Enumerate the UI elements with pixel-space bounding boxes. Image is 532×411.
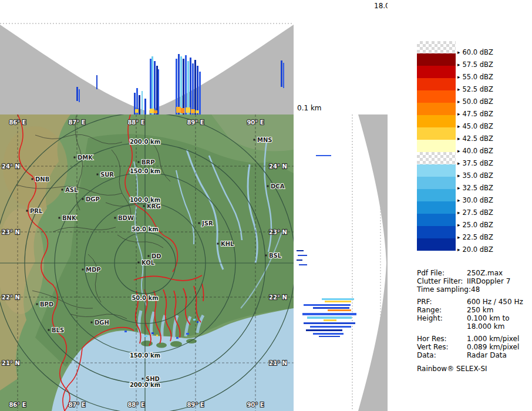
echo-rect <box>324 319 336 321</box>
city-dot <box>142 378 144 380</box>
city-dot <box>26 210 28 212</box>
scale-label: 20.0 dBZ <box>463 245 493 254</box>
scale-swatch <box>417 115 456 127</box>
echo-rect <box>187 61 189 114</box>
info-row: Clutter Filter:IIRDoppler 7 <box>417 277 523 285</box>
city-label: KHL <box>221 241 234 247</box>
echo-rect <box>142 91 143 114</box>
info-key: Time sampling:48 <box>417 285 467 294</box>
city-dot <box>32 178 33 180</box>
city-label: DNB <box>35 176 49 183</box>
info-key: Clutter Filter: <box>417 277 467 285</box>
echo-rect <box>298 255 307 256</box>
scale-swatch <box>417 177 456 189</box>
info-value: 18.000 km <box>467 322 504 331</box>
range-ring-label: 150.0 km <box>130 168 160 174</box>
echo-rect <box>178 54 180 114</box>
scale-label: 22.5 dBZ <box>463 233 493 241</box>
parallel-label: 24° N <box>2 163 20 170</box>
echo-rect <box>96 75 97 89</box>
scale-label: 32.5 dBZ <box>463 184 493 192</box>
city-dot <box>115 217 116 219</box>
scale-tick-icon: ▸ <box>457 49 460 55</box>
meridian-label: 86° E <box>9 119 26 126</box>
echo-rect <box>192 63 194 114</box>
scale-swatch <box>417 140 456 152</box>
echo-rect <box>297 260 302 261</box>
echo-rect <box>302 313 356 315</box>
echo-rect <box>144 99 146 114</box>
scale-tick-icon: ▸ <box>457 173 460 178</box>
echo-rect <box>328 309 351 311</box>
scale-label: 45.0 dBZ <box>463 122 493 130</box>
city-dot <box>217 243 219 245</box>
echo-rect <box>190 58 191 114</box>
legend-info: Pdf File:250Z.maxClutter Filter:IIRDoppl… <box>417 269 523 359</box>
radar-display: 86° E86° E87° E87° E88° E88° E89° E89° E… <box>0 0 532 411</box>
city-label: DMK <box>78 154 93 161</box>
scale-tick-icon: ▸ <box>457 123 460 129</box>
scale-tick-icon: ▸ <box>457 99 460 105</box>
city-dot <box>138 262 140 264</box>
city-dot <box>138 161 140 163</box>
scale-tick-icon: ▸ <box>457 62 460 68</box>
scale-swatch <box>417 103 456 115</box>
info-row: 18.000 km <box>417 322 523 331</box>
echo-rect <box>176 337 179 339</box>
scale-label: 27.5 dBZ <box>463 208 493 217</box>
city-label: BSL <box>269 252 282 259</box>
echo-rect <box>150 109 154 113</box>
scale-label: 42.5 dBZ <box>463 134 493 143</box>
scale-label: 47.5 dBZ <box>463 110 493 118</box>
info-key: Height: <box>417 314 467 322</box>
info-value: 250Z.max <box>467 269 503 277</box>
parallel-label: 22° N <box>269 294 287 301</box>
info-row: Range:250 km <box>417 306 523 314</box>
city-dot <box>148 255 150 257</box>
scale-tick-icon: ▸ <box>457 74 460 80</box>
scale-label: 40.0 dBZ <box>463 147 493 155</box>
echo-rect <box>193 319 196 321</box>
scale-tick-icon: ▸ <box>457 210 460 215</box>
echo-rect <box>322 298 354 300</box>
info-value: 250 km <box>467 306 493 314</box>
scale-swatch <box>417 214 456 226</box>
range-ring-label: 100.0 km <box>130 197 160 203</box>
echo-rect <box>150 59 151 114</box>
scale-tick-icon: ▸ <box>457 222 460 228</box>
city-label: JSR <box>201 220 213 227</box>
echo-rect <box>156 335 158 336</box>
echo-rect <box>176 107 181 113</box>
echo-rect <box>154 110 157 113</box>
side-profile-svg <box>295 114 388 411</box>
info-key: Data: <box>417 351 467 359</box>
city-dot <box>267 186 269 187</box>
city-label: MDP <box>86 267 101 273</box>
parallel-label: 22° N <box>2 294 20 301</box>
city-dot <box>82 269 84 271</box>
scale-swatch <box>417 41 456 53</box>
scale-label: 50.0 dBZ <box>463 97 493 106</box>
info-key: Hor Res: <box>417 335 467 343</box>
scale-label: 30.0 dBZ <box>463 196 493 204</box>
scale-label: 52.5 dBZ <box>463 85 493 93</box>
echo-rect <box>191 109 195 113</box>
echo-rect <box>180 56 182 114</box>
scale-swatch <box>417 226 456 238</box>
scale-tick-icon: ▸ <box>457 86 460 92</box>
echo-rect <box>154 61 156 114</box>
info-row: Time sampling:48 <box>417 285 523 294</box>
echo-rect <box>194 60 196 114</box>
scale-swatch <box>417 127 456 140</box>
echo-rect <box>139 95 140 114</box>
top-profile-panel <box>0 0 294 114</box>
echo-rect <box>306 329 342 331</box>
city-dot <box>265 255 267 257</box>
city-dot <box>62 189 63 191</box>
info-row: Height:0.100 km to <box>417 314 523 322</box>
info-key: Vert Res: <box>417 343 467 351</box>
legend-scale: ▸60.0 dBZ▸57.5 dBZ▸55.0 dBZ▸52.5 dBZ▸50.… <box>417 41 493 251</box>
meridian-label: 88° E <box>127 119 144 126</box>
city-label: DGH <box>95 319 109 326</box>
scale-label: 55.0 dBZ <box>463 73 493 81</box>
